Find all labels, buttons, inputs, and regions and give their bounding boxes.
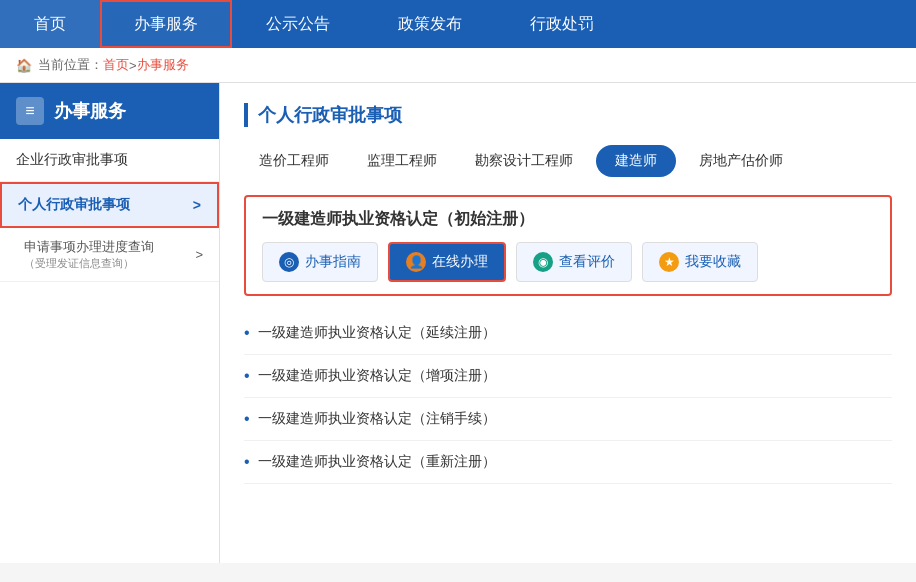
action-review[interactable]: ◉ 查看评价 xyxy=(516,242,632,282)
sidebar-query-sublabel: （受理发证信息查询） xyxy=(24,256,154,271)
sidebar-personal-chevron: > xyxy=(193,197,201,213)
breadcrumb-prefix: 当前位置： xyxy=(38,56,103,74)
nav-item-home[interactable]: 首页 xyxy=(0,0,100,48)
sidebar-header: ≡ 办事服务 xyxy=(0,83,219,139)
sidebar-query-chevron: > xyxy=(195,247,203,262)
action-collect[interactable]: ★ 我要收藏 xyxy=(642,242,758,282)
breadcrumb-home[interactable]: 首页 xyxy=(103,56,129,74)
online-icon: 👤 xyxy=(406,252,426,272)
tab-cost[interactable]: 造价工程师 xyxy=(244,145,344,177)
online-label: 在线办理 xyxy=(432,253,488,271)
content-area: 个人行政审批事项 造价工程师 监理工程师 勘察设计工程师 建造师 房地产估价师 … xyxy=(220,83,916,563)
sidebar-item-query[interactable]: 申请事项办理进度查询 （受理发证信息查询） > xyxy=(0,228,219,282)
service-card-title: 一级建造师执业资格认定（初始注册） xyxy=(262,209,874,230)
section-title: 个人行政审批事项 xyxy=(244,103,892,127)
nav-item-admin[interactable]: 行政处罚 xyxy=(496,0,628,48)
action-guide[interactable]: ◎ 办事指南 xyxy=(262,242,378,282)
top-nav: 首页 办事服务 公示公告 政策发布 行政处罚 xyxy=(0,0,916,48)
list-item-3[interactable]: 一级建造师执业资格认定（注销手续） xyxy=(244,398,892,441)
sidebar-enterprise-label: 企业行政审批事项 xyxy=(16,151,128,167)
breadcrumb-current[interactable]: 办事服务 xyxy=(137,56,189,74)
home-icon: 🏠 xyxy=(16,58,32,73)
nav-item-policy[interactable]: 政策发布 xyxy=(364,0,496,48)
list-item-1[interactable]: 一级建造师执业资格认定（延续注册） xyxy=(244,312,892,355)
tab-design[interactable]: 勘察设计工程师 xyxy=(460,145,588,177)
nav-item-service[interactable]: 办事服务 xyxy=(100,0,232,48)
guide-icon: ◎ xyxy=(279,252,299,272)
tab-constructor[interactable]: 建造师 xyxy=(596,145,676,177)
list-item-2[interactable]: 一级建造师执业资格认定（增项注册） xyxy=(244,355,892,398)
service-card: 一级建造师执业资格认定（初始注册） ◎ 办事指南 👤 在线办理 ◉ 查看评价 ★… xyxy=(244,195,892,296)
main-layout: ≡ 办事服务 企业行政审批事项 个人行政审批事项 > 申请事项办理进度查询 （受… xyxy=(0,83,916,563)
tab-supervision[interactable]: 监理工程师 xyxy=(352,145,452,177)
collect-label: 我要收藏 xyxy=(685,253,741,271)
nav-item-notice[interactable]: 公示公告 xyxy=(232,0,364,48)
action-online[interactable]: 👤 在线办理 xyxy=(388,242,506,282)
sidebar-header-icon: ≡ xyxy=(16,97,44,125)
tab-bar: 造价工程师 监理工程师 勘察设计工程师 建造师 房地产估价师 xyxy=(244,145,892,177)
sidebar-item-personal[interactable]: 个人行政审批事项 > xyxy=(0,182,219,228)
review-label: 查看评价 xyxy=(559,253,615,271)
service-card-actions: ◎ 办事指南 👤 在线办理 ◉ 查看评价 ★ 我要收藏 xyxy=(262,242,874,282)
sidebar-query-label: 申请事项办理进度查询 xyxy=(24,238,154,256)
review-icon: ◉ xyxy=(533,252,553,272)
sidebar: ≡ 办事服务 企业行政审批事项 个人行政审批事项 > 申请事项办理进度查询 （受… xyxy=(0,83,220,563)
sidebar-item-enterprise[interactable]: 企业行政审批事项 xyxy=(0,139,219,182)
tab-estate[interactable]: 房地产估价师 xyxy=(684,145,798,177)
list-item-4[interactable]: 一级建造师执业资格认定（重新注册） xyxy=(244,441,892,484)
breadcrumb-separator: > xyxy=(129,58,137,73)
breadcrumb: 🏠 当前位置： 首页 > 办事服务 xyxy=(0,48,916,83)
guide-label: 办事指南 xyxy=(305,253,361,271)
sidebar-title: 办事服务 xyxy=(54,99,126,123)
sidebar-personal-label: 个人行政审批事项 xyxy=(18,196,130,214)
list-container: 一级建造师执业资格认定（延续注册） 一级建造师执业资格认定（增项注册） 一级建造… xyxy=(244,312,892,484)
collect-icon: ★ xyxy=(659,252,679,272)
